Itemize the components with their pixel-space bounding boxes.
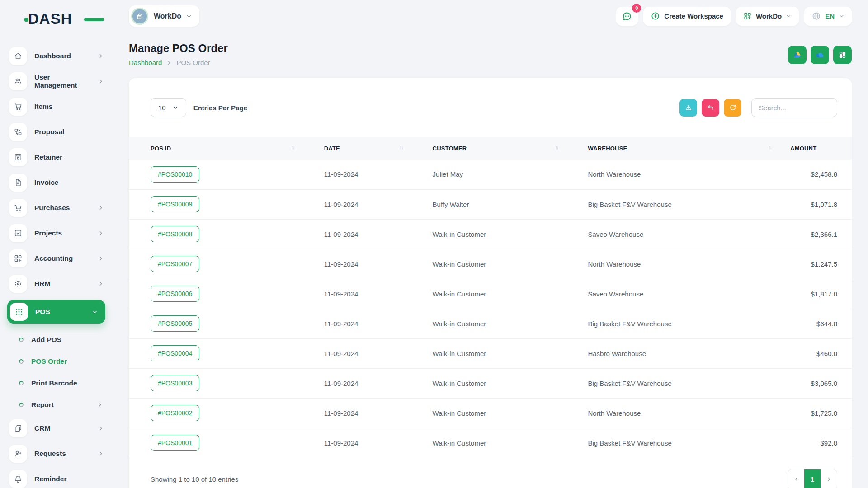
warehouse-cell: North Warehouse bbox=[566, 160, 779, 189]
pos-id-badge[interactable]: #POS00004 bbox=[151, 345, 199, 361]
sidebar-item-items[interactable]: Items bbox=[9, 98, 107, 116]
sidebar-item-projects[interactable]: Projects bbox=[9, 224, 107, 242]
export-download-button[interactable] bbox=[679, 99, 697, 117]
sort-icon[interactable]: ↑↓ bbox=[291, 145, 294, 150]
search-input[interactable] bbox=[751, 98, 837, 117]
table-control-buttons bbox=[679, 98, 837, 117]
sort-icon[interactable]: ↑↓ bbox=[400, 145, 403, 150]
warehouse-cell: Big Basket F&V Warehouse bbox=[566, 368, 779, 398]
pos-id-badge[interactable]: #POS00008 bbox=[151, 226, 199, 242]
pos-id-badge[interactable]: #POS00001 bbox=[151, 435, 199, 451]
sidebar-subitem-add-pos[interactable]: Add POS bbox=[0, 329, 118, 351]
language-label: EN bbox=[825, 12, 835, 20]
sort-icon[interactable]: ↑↓ bbox=[555, 145, 558, 150]
table-row: #POS0000411-09-2024Walk-in CustomerHasbr… bbox=[129, 338, 852, 368]
bullet-icon bbox=[19, 337, 24, 343]
chat-icon bbox=[622, 11, 632, 22]
page-head: Manage POS Order Dashboard POS Order bbox=[129, 42, 852, 66]
customer-cell: Walk-in Customer bbox=[411, 368, 566, 398]
cart-icon bbox=[9, 98, 27, 116]
amount-cell: $1,071.8 bbox=[779, 189, 852, 219]
reset-button[interactable] bbox=[702, 99, 719, 117]
warehouse-cell: Big Basket F&V Warehouse bbox=[566, 189, 779, 219]
date-cell: 11-09-2024 bbox=[302, 368, 411, 398]
main-area: WorkDo 0 Create Workspace bbox=[118, 0, 868, 488]
workspace-selector[interactable]: WorkDo bbox=[129, 5, 199, 27]
sidebar-item-crm[interactable]: CRM bbox=[9, 419, 107, 437]
create-workspace-button[interactable]: Create Workspace bbox=[643, 7, 731, 26]
sidebar-item-purchases[interactable]: Purchases bbox=[9, 199, 107, 217]
sidebar-item-retainer[interactable]: Retainer bbox=[9, 148, 107, 166]
table-row: #POS0000311-09-2024Walk-in CustomerBig B… bbox=[129, 368, 852, 398]
language-selector[interactable]: EN bbox=[804, 7, 852, 26]
pos-order-table: POS ID↑↓DATE↑↓CUSTOMER↑↓WAREHOUSE↑↓AMOUN… bbox=[129, 137, 852, 458]
grid-view-button[interactable] bbox=[833, 46, 852, 64]
invoice-icon bbox=[9, 174, 27, 192]
pos-order-card: 10 Entries Per Page bbox=[129, 78, 852, 488]
column-header-date[interactable]: DATE↑↓ bbox=[302, 137, 411, 160]
entries-per-page-value: 10 bbox=[158, 104, 166, 112]
table-footer: Showing 1 to 10 of 10 entries 1 bbox=[129, 458, 852, 488]
pos-id-badge[interactable]: #POS00010 bbox=[151, 166, 199, 183]
crm-icon bbox=[9, 419, 27, 437]
sidebar-item-dashboard[interactable]: Dashboard bbox=[9, 47, 107, 65]
chevron-down-icon bbox=[786, 13, 792, 19]
onedrive-button[interactable] bbox=[811, 46, 829, 64]
pagination-page-1[interactable]: 1 bbox=[804, 469, 821, 488]
warehouse-cell: Big Basket F&V Warehouse bbox=[566, 309, 779, 338]
app-root: DASH DashboardUser ManagementItemsPropos… bbox=[0, 0, 868, 488]
logo-dot-icon bbox=[24, 18, 28, 22]
pos-id-badge[interactable]: #POS00005 bbox=[151, 315, 199, 332]
workdo-menu-button[interactable]: WorkDo bbox=[736, 7, 799, 26]
sidebar-subitem-report[interactable]: Report bbox=[0, 394, 118, 416]
sort-icon[interactable]: ↑↓ bbox=[768, 145, 771, 150]
date-cell: 11-09-2024 bbox=[302, 249, 411, 279]
sidebar-subitem-print-barcode[interactable]: Print Barcode bbox=[0, 372, 118, 394]
plus-circle-icon bbox=[651, 11, 660, 21]
pagination-next-button[interactable] bbox=[821, 469, 837, 488]
sidebar-item-reminder[interactable]: Reminder bbox=[9, 470, 107, 488]
customer-cell: Walk-in Customer bbox=[411, 398, 566, 428]
pos-id-badge[interactable]: #POS00003 bbox=[151, 375, 199, 391]
entries-per-page-label: Entries Per Page bbox=[193, 104, 247, 112]
sidebar-subitem-pos-order[interactable]: POS Order bbox=[0, 351, 118, 372]
workspace-label: WorkDo bbox=[154, 12, 181, 20]
chevron-down-icon bbox=[186, 13, 192, 19]
chevron-right-icon bbox=[98, 53, 104, 59]
sidebar-item-proposal[interactable]: Proposal bbox=[9, 123, 107, 141]
customer-cell: Buffy Walter bbox=[411, 189, 566, 219]
chevron-down-icon bbox=[92, 309, 98, 315]
warehouse-cell: North Warehouse bbox=[566, 398, 779, 428]
messages-button[interactable]: 0 bbox=[616, 7, 638, 26]
customer-cell: Walk-in Customer bbox=[411, 428, 566, 458]
column-header-customer[interactable]: CUSTOMER↑↓ bbox=[411, 137, 566, 160]
date-cell: 11-09-2024 bbox=[302, 219, 411, 249]
warehouse-cell: Saveo Warehouse bbox=[566, 219, 779, 249]
column-header-amount[interactable]: AMOUNT bbox=[779, 137, 852, 160]
breadcrumb-dashboard-link[interactable]: Dashboard bbox=[129, 59, 162, 66]
proposal-icon bbox=[9, 123, 27, 141]
pos-id-badge[interactable]: #POS00009 bbox=[151, 196, 199, 212]
google-drive-button[interactable] bbox=[788, 46, 807, 64]
pagination-prev-button[interactable] bbox=[788, 469, 804, 488]
sidebar-item-invoice[interactable]: Invoice bbox=[9, 174, 107, 192]
sidebar-item-accounting[interactable]: Accounting bbox=[9, 249, 107, 267]
entries-per-page-select[interactable]: 10 bbox=[151, 98, 186, 117]
pos-id-badge[interactable]: #POS00002 bbox=[151, 405, 199, 421]
logo-dash-icon bbox=[84, 18, 104, 21]
cart-icon bbox=[9, 199, 27, 217]
refresh-button[interactable] bbox=[724, 99, 741, 117]
column-header-warehouse[interactable]: WAREHOUSE↑↓ bbox=[566, 137, 779, 160]
amount-cell: $92.0 bbox=[779, 428, 852, 458]
sidebar-item-pos[interactable]: POS bbox=[7, 300, 105, 324]
chevron-right-icon bbox=[98, 230, 104, 236]
google-drive-icon bbox=[793, 50, 802, 60]
sidebar-item-hrm[interactable]: HRM bbox=[9, 275, 107, 293]
sidebar-item-user-management[interactable]: User Management bbox=[9, 72, 107, 90]
sidebar-item-requests[interactable]: Requests bbox=[9, 445, 107, 463]
pagination: 1 bbox=[788, 469, 837, 488]
pos-id-badge[interactable]: #POS00006 bbox=[151, 286, 199, 302]
table-row: #POS0000911-09-2024Buffy WalterBig Baske… bbox=[129, 189, 852, 219]
column-header-pos-id[interactable]: POS ID↑↓ bbox=[129, 137, 302, 160]
pos-id-badge[interactable]: #POS00007 bbox=[151, 256, 199, 272]
